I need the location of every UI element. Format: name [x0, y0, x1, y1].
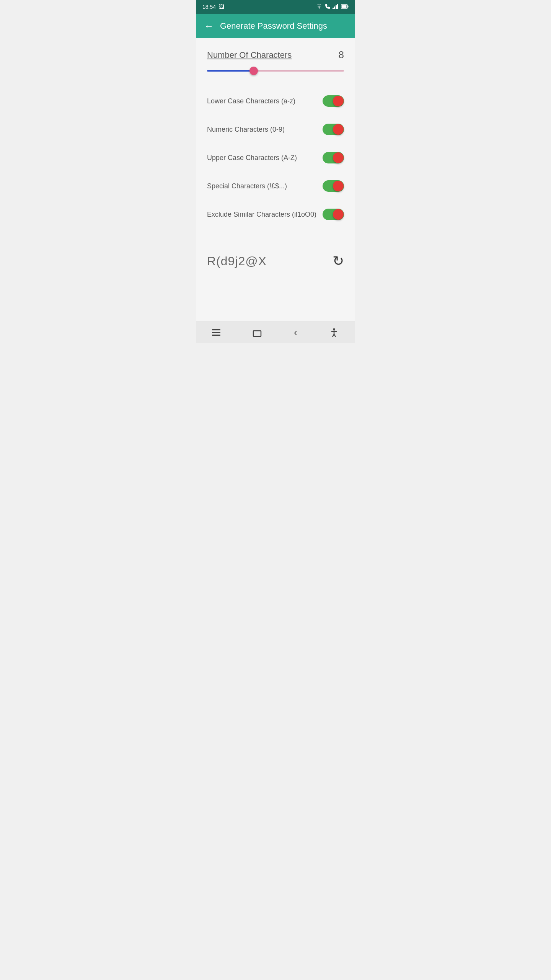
- svg-rect-2: [336, 5, 337, 9]
- phone-icon: [325, 4, 330, 10]
- main-content: Number Of Characters 8 Lower Case Charac…: [196, 38, 355, 322]
- setting-label-lowercase: Lower Case Characters (a-z): [207, 97, 295, 105]
- svg-rect-7: [253, 331, 261, 336]
- svg-rect-5: [342, 5, 347, 8]
- nav-accessibility-button[interactable]: [323, 325, 345, 341]
- nav-menu-button[interactable]: [206, 326, 227, 339]
- home-icon: [252, 328, 262, 338]
- menu-icon: [212, 329, 220, 336]
- menu-line-2: [212, 332, 220, 333]
- wifi-icon: [316, 4, 323, 10]
- toggle-thumb-special: [333, 181, 344, 191]
- setting-item-numeric: Numeric Characters (0-9): [207, 115, 344, 144]
- refresh-button[interactable]: ↻: [333, 253, 344, 269]
- back-button[interactable]: ←: [204, 21, 214, 31]
- toggle-track-lowercase: [323, 95, 344, 107]
- toggle-uppercase[interactable]: [323, 152, 344, 163]
- toggle-lowercase[interactable]: [323, 95, 344, 107]
- svg-point-8: [333, 328, 335, 330]
- status-bar-right: [316, 4, 349, 10]
- battery-icon: [341, 4, 349, 10]
- image-icon: 🖼: [219, 4, 224, 10]
- generated-password: R(d9j2@X: [207, 254, 267, 268]
- status-time: 18:54: [202, 4, 216, 10]
- characters-value: 8: [339, 49, 344, 61]
- toggle-track-special: [323, 180, 344, 192]
- slider-thumb[interactable]: [249, 67, 258, 75]
- menu-line-3: [212, 335, 220, 336]
- setting-label-special: Special Characters (!£$...): [207, 182, 287, 190]
- setting-label-numeric: Numeric Characters (0-9): [207, 126, 285, 134]
- setting-label-uppercase: Upper Case Characters (A-Z): [207, 154, 297, 162]
- slider-container[interactable]: [207, 67, 344, 75]
- svg-line-12: [334, 334, 336, 337]
- toggle-track-exclude-similar: [323, 209, 344, 220]
- setting-item-uppercase: Upper Case Characters (A-Z): [207, 144, 344, 172]
- slider-track: [207, 70, 344, 72]
- accessibility-icon: [329, 328, 339, 338]
- header-title: Generate Password Settings: [220, 21, 327, 31]
- characters-section: Number Of Characters 8: [207, 49, 344, 75]
- toggle-thumb-uppercase: [333, 152, 344, 163]
- svg-rect-6: [348, 6, 349, 8]
- status-bar: 18:54 🖼: [196, 0, 355, 14]
- bottom-nav: ‹: [196, 322, 355, 343]
- svg-rect-3: [337, 4, 338, 9]
- back-nav-icon: ‹: [294, 327, 297, 338]
- toggle-thumb-lowercase: [333, 96, 344, 106]
- svg-rect-0: [333, 8, 334, 9]
- toggle-special[interactable]: [323, 180, 344, 192]
- menu-line-1: [212, 329, 220, 330]
- toggle-track-uppercase: [323, 152, 344, 163]
- slider-fill: [207, 70, 254, 72]
- characters-header: Number Of Characters 8: [207, 49, 344, 61]
- nav-home-button[interactable]: [246, 325, 268, 341]
- toggle-exclude-similar[interactable]: [323, 209, 344, 220]
- status-bar-left: 18:54 🖼: [202, 4, 224, 10]
- toggle-track-numeric: [323, 124, 344, 135]
- toggle-numeric[interactable]: [323, 124, 344, 135]
- password-section: R(d9j2@X ↻: [207, 247, 344, 275]
- settings-list: Lower Case Characters (a-z) Numeric Char…: [207, 87, 344, 229]
- svg-rect-1: [334, 7, 335, 9]
- setting-item-special: Special Characters (!£$...): [207, 172, 344, 200]
- signal-icon: [333, 4, 339, 10]
- setting-item-exclude-similar: Exclude Similar Characters (il1oO0): [207, 200, 344, 229]
- characters-label: Number Of Characters: [207, 50, 292, 60]
- setting-item-lowercase: Lower Case Characters (a-z): [207, 87, 344, 115]
- toggle-thumb-exclude-similar: [333, 209, 344, 220]
- app-header: ← Generate Password Settings: [196, 14, 355, 38]
- toggle-thumb-numeric: [333, 124, 344, 135]
- nav-back-button[interactable]: ‹: [288, 323, 303, 341]
- setting-label-exclude-similar: Exclude Similar Characters (il1oO0): [207, 211, 316, 219]
